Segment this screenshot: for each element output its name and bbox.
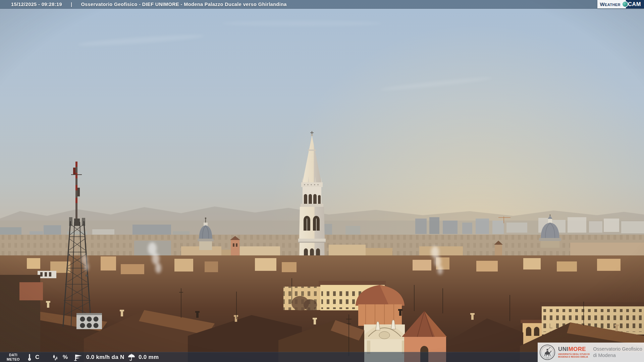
thermometer-icon	[27, 353, 32, 361]
weathercam-logo[interactable]: Weather CAM	[597, 0, 644, 8]
umbrella-icon	[127, 353, 136, 361]
temperature-unit: C	[35, 354, 40, 360]
rain-readout: 0.0 mm	[127, 352, 159, 362]
observatory-name: Osservatorio Geofisico di Modena	[593, 346, 642, 359]
top-info-bar: 15/12/2025 - 09:28:19 | Osservatorio Geo…	[0, 0, 644, 9]
camera-title: Osservatorio Geofisico - DIEF UNIMORE - …	[81, 2, 286, 7]
timestamp: 15/12/2025 - 09:28:19	[11, 2, 62, 7]
weathercam-globe-icon	[622, 1, 628, 7]
vignette	[0, 0, 644, 362]
weathercam-text-cam: CAM	[626, 0, 644, 8]
brand-uni: UNI	[558, 346, 568, 352]
separator: |	[71, 2, 72, 7]
rain-value: 0.0 mm	[139, 354, 159, 361]
humidity-unit: %	[63, 354, 68, 360]
droplets-icon	[51, 353, 60, 361]
university-subtitle: UNIVERSITÀ DEGLI STUDI DI MODENA E REGGI…	[558, 353, 590, 358]
weathercam-text-weather: Weather	[600, 1, 621, 7]
windsock-icon	[73, 353, 83, 361]
seal-year: 1175	[546, 357, 549, 359]
webcam-frame: 15/12/2025 - 09:28:19 | Osservatorio Geo…	[0, 0, 644, 362]
temperature-readout: C	[27, 352, 40, 362]
unimore-wordmark: UNIMORE UNIVERSITÀ DEGLI STUDI DI MODENA…	[558, 346, 590, 358]
weather-data-label: DATI METEO	[7, 352, 20, 362]
wind-readout: 0.0 km/h da N	[73, 352, 124, 362]
unimore-logo-box[interactable]: 1175 UNIMORE UNIVERSITÀ DEGLI STUDI DI M…	[538, 343, 644, 362]
humidity-readout: %	[51, 352, 68, 362]
unimore-seal-icon: 1175	[539, 344, 555, 361]
brand-more: MORE	[568, 346, 586, 352]
webcam-photo	[0, 0, 644, 362]
wind-value: 0.0 km/h da N	[86, 354, 124, 361]
